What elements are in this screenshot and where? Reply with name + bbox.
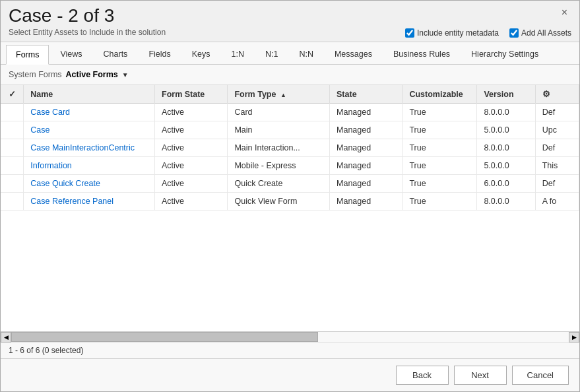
tab-1n[interactable]: 1:N — [222, 44, 254, 64]
title-bar: Case - 2 of 3 Select Entity Assets to In… — [1, 1, 579, 42]
active-forms-label: Active Forms — [66, 70, 118, 79]
add-all-assets-checkbox[interactable] — [509, 28, 519, 38]
subheader: System Forms Active Forms ▼ — [1, 65, 579, 85]
form-type-cell: Quick View Form — [228, 193, 330, 211]
include-metadata-checkbox[interactable] — [405, 28, 414, 38]
extra-cell: Def — [535, 175, 579, 193]
tab-n1[interactable]: N:1 — [255, 44, 288, 64]
tab-nn[interactable]: N:N — [289, 44, 323, 64]
col-form-state[interactable]: Form State — [155, 85, 228, 104]
tab-views[interactable]: Views — [50, 44, 92, 64]
name-cell[interactable]: Case Reference Panel — [24, 193, 155, 211]
customizable-cell: True — [403, 121, 477, 139]
include-metadata-checkbox-label[interactable]: Include entity metadata — [405, 28, 499, 38]
form-state-cell: Active — [155, 157, 228, 175]
customizable-cell: True — [403, 139, 477, 157]
form-type-cell: Main — [228, 121, 330, 139]
table-body: Case Card Active Card Managed True 8.0.0… — [1, 104, 579, 211]
version-cell: 8.0.0.0 — [477, 104, 535, 121]
col-form-type[interactable]: Form Type ▲ — [228, 85, 330, 104]
add-all-assets-checkbox-label[interactable]: Add All Assets — [509, 28, 571, 38]
active-forms-dropdown[interactable]: ▼ — [122, 71, 129, 79]
tab-messages[interactable]: Messages — [325, 44, 382, 64]
check-cell[interactable] — [1, 193, 24, 211]
name-cell[interactable]: Information — [24, 157, 155, 175]
horizontal-scrollbar[interactable]: ◀ ▶ — [1, 331, 579, 342]
back-button[interactable]: Back — [396, 366, 449, 385]
dialog: Case - 2 of 3 Select Entity Assets to In… — [0, 0, 580, 392]
tab-business-rules[interactable]: Business Rules — [383, 44, 460, 64]
scroll-right-button[interactable]: ▶ — [569, 332, 579, 343]
status-bar: 1 - 6 of 6 (0 selected) — [1, 342, 579, 358]
form-state-cell: Active — [155, 193, 228, 211]
version-cell: 6.0.0.0 — [477, 175, 535, 193]
extra-cell: This — [535, 157, 579, 175]
footer: Back Next Cancel — [1, 358, 579, 391]
col-customizable[interactable]: Customizable — [403, 85, 477, 104]
title-section: Case - 2 of 3 Select Entity Assets to In… — [9, 6, 166, 37]
col-check: ✓ — [1, 85, 24, 104]
include-metadata-label: Include entity metadata — [417, 28, 499, 38]
table-container: ✓ Name Form State Form Type ▲ State Cust… — [1, 85, 579, 331]
name-cell[interactable]: Case — [24, 121, 155, 139]
customizable-cell: True — [403, 193, 477, 211]
check-cell[interactable] — [1, 157, 24, 175]
state-cell: Managed — [330, 157, 403, 175]
customizable-cell: True — [403, 104, 477, 121]
extra-cell: Def — [535, 104, 579, 121]
check-cell[interactable] — [1, 139, 24, 157]
forms-table: ✓ Name Form State Form Type ▲ State Cust… — [1, 85, 579, 211]
extra-cell: A fo — [535, 193, 579, 211]
table-row: Case MainInteractionCentric Active Main … — [1, 139, 579, 157]
add-all-assets-label: Add All Assets — [521, 28, 571, 38]
status-text: 1 - 6 of 6 (0 selected) — [9, 346, 83, 355]
form-type-cell: Mobile - Express — [228, 157, 330, 175]
state-cell: Managed — [330, 104, 403, 121]
tab-charts[interactable]: Charts — [94, 44, 138, 64]
form-type-cell: Main Interaction... — [228, 139, 330, 157]
col-name[interactable]: Name — [24, 85, 155, 104]
system-forms-label: System Forms — [9, 70, 62, 79]
check-cell[interactable] — [1, 104, 24, 121]
extra-cell: Upc — [535, 121, 579, 139]
state-cell: Managed — [330, 193, 403, 211]
state-cell: Managed — [330, 175, 403, 193]
tab-fields[interactable]: Fields — [139, 44, 180, 64]
scroll-track[interactable] — [11, 332, 569, 342]
page-subtitle: Select Entity Assets to Include in the s… — [9, 28, 166, 37]
form-state-cell: Active — [155, 139, 228, 157]
col-state[interactable]: State — [330, 85, 403, 104]
version-cell: 8.0.0.0 — [477, 193, 535, 211]
version-cell: 5.0.0.0 — [477, 121, 535, 139]
name-cell[interactable]: Case MainInteractionCentric — [24, 139, 155, 157]
form-type-cell: Card — [228, 104, 330, 121]
name-cell[interactable]: Case Card — [24, 104, 155, 121]
scroll-left-button[interactable]: ◀ — [1, 332, 11, 343]
table-row: Information Active Mobile - Express Mana… — [1, 157, 579, 175]
tab-keys[interactable]: Keys — [182, 44, 220, 64]
check-cell[interactable] — [1, 175, 24, 193]
table-row: Case Quick Create Active Quick Create Ma… — [1, 175, 579, 193]
cancel-button[interactable]: Cancel — [512, 366, 569, 385]
state-cell: Managed — [330, 121, 403, 139]
next-button[interactable]: Next — [454, 366, 507, 385]
form-state-cell: Active — [155, 175, 228, 193]
col-version[interactable]: Version — [477, 85, 535, 104]
check-cell[interactable] — [1, 121, 24, 139]
scroll-thumb[interactable] — [11, 332, 318, 342]
extra-cell: Def — [535, 139, 579, 157]
table-row: Case Active Main Managed True 5.0.0.0 Up… — [1, 121, 579, 139]
tab-hierarchy-settings[interactable]: Hierarchy Settings — [461, 44, 548, 64]
content-area: System Forms Active Forms ▼ ✓ Name Form … — [1, 65, 579, 358]
tab-forms[interactable]: Forms — [6, 45, 49, 65]
sort-arrow-form-type: ▲ — [280, 92, 286, 98]
customizable-cell: True — [403, 157, 477, 175]
title-checkboxes: Include entity metadata Add All Assets — [405, 28, 571, 38]
close-button[interactable]: × — [558, 6, 571, 19]
table-header-row: ✓ Name Form State Form Type ▲ State Cust… — [1, 85, 579, 104]
name-cell[interactable]: Case Quick Create — [24, 175, 155, 193]
state-cell: Managed — [330, 139, 403, 157]
form-type-cell: Quick Create — [228, 175, 330, 193]
form-state-cell: Active — [155, 104, 228, 121]
customizable-cell: True — [403, 175, 477, 193]
